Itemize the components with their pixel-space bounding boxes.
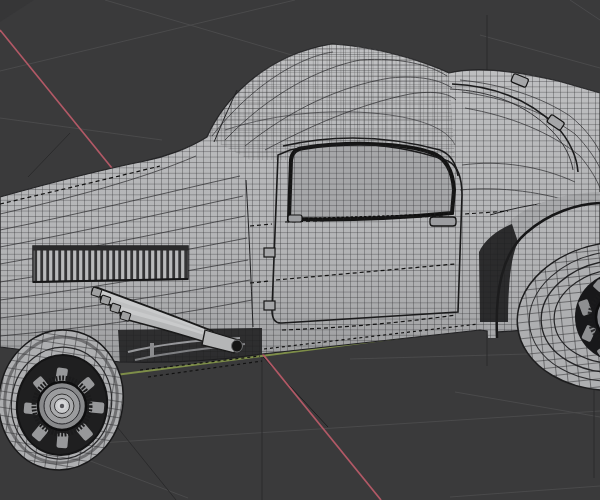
sill-latch — [288, 215, 302, 222]
viewport-canvas[interactable] — [0, 0, 600, 500]
hood-louver-panel — [33, 246, 188, 282]
exhaust-tip — [232, 340, 243, 352]
door-hinge-lower — [264, 301, 275, 310]
viewport[interactable] — [0, 0, 600, 500]
hub-center — [60, 404, 64, 408]
door-handle — [430, 217, 456, 226]
door-hinge-upper — [264, 248, 275, 257]
shackle — [150, 343, 154, 357]
